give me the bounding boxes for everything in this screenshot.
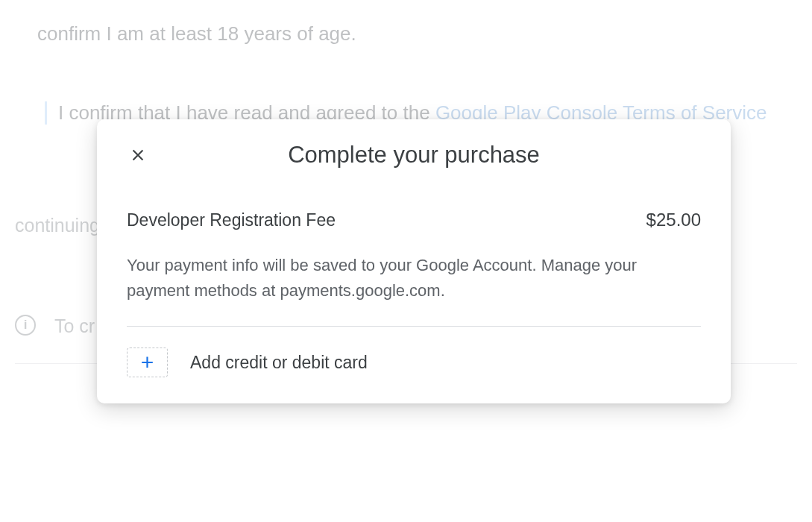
fee-amount: $25.00 bbox=[646, 210, 701, 230]
add-icon-box: + bbox=[127, 348, 168, 377]
payment-info-text: Your payment info will be saved to your … bbox=[127, 253, 701, 304]
modal-title: Complete your purchase bbox=[149, 142, 679, 169]
modal-header: Complete your purchase bbox=[127, 142, 701, 169]
add-card-label: Add credit or debit card bbox=[190, 353, 368, 373]
purchase-modal: Complete your purchase Developer Registr… bbox=[97, 119, 731, 403]
fee-row: Developer Registration Fee $25.00 bbox=[127, 210, 701, 230]
plus-icon: + bbox=[141, 351, 154, 374]
add-card-button[interactable]: + Add credit or debit card bbox=[127, 348, 701, 377]
info-icon: i bbox=[15, 315, 36, 336]
bg-age-text: confirm I am at least 18 years of age. bbox=[37, 22, 797, 45]
divider bbox=[127, 326, 701, 327]
fee-label: Developer Registration Fee bbox=[127, 210, 336, 230]
close-icon[interactable] bbox=[127, 144, 149, 166]
